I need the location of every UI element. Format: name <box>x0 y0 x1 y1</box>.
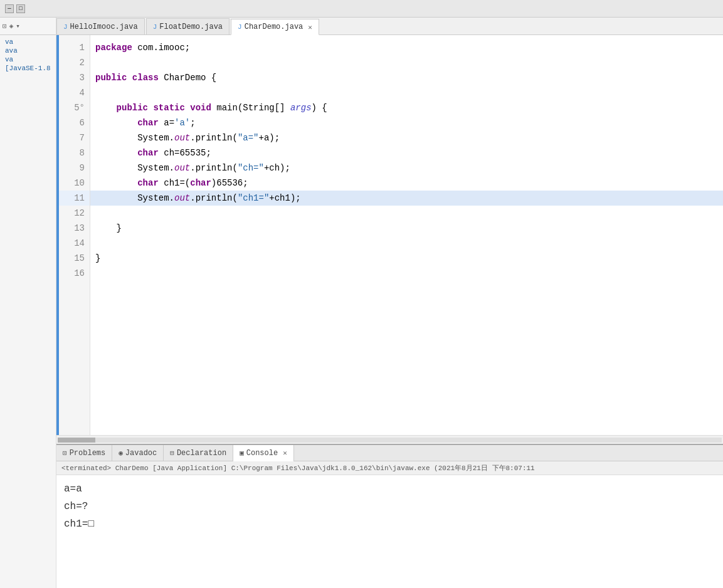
code-line-4 <box>90 85 723 100</box>
console-label: Console <box>246 449 278 458</box>
main-layout: ⊡ ◈ ▾ va ava va [JavaSE-1.8 J HelloImooc… <box>0 18 723 588</box>
line-num-16: 16 <box>59 266 90 281</box>
kw-static-5: static <box>153 100 184 115</box>
sidebar-tree: va ava va [JavaSE-1.8 <box>0 35 56 75</box>
line-num-12: 12 <box>59 206 90 221</box>
scrollbar-thumb[interactable] <box>58 438 95 443</box>
problems-icon: ⊡ <box>63 449 67 457</box>
console-icon: ▣ <box>240 449 244 457</box>
maximize-button[interactable]: □ <box>16 4 25 13</box>
problems-label: Problems <box>70 449 106 458</box>
editor-area: J HelloImooc.java J FloatDemo.java J Cha… <box>56 18 723 588</box>
code-line-6: char a='a'; <box>90 115 723 130</box>
minimize-button[interactable]: — <box>5 4 14 13</box>
kw-public-3: public <box>95 70 127 85</box>
line-num-4: 4 <box>59 85 90 100</box>
code-line-13: } <box>90 221 723 236</box>
line-num-10: 10 <box>59 176 90 191</box>
kw-char-6: char <box>137 115 159 130</box>
code-editor[interactable]: 1 2 3 4 5° 6 7 8 9 10 11 12 13 14 15 16 <box>56 35 723 435</box>
code-line-2 <box>90 55 723 70</box>
kw-package: package <box>95 40 132 55</box>
code-line-7: System.out.println("a="+a); <box>90 130 723 145</box>
line-num-3: 3 <box>59 70 90 85</box>
code-line-14 <box>90 236 723 251</box>
console-header: <terminated> CharDemo [Java Application]… <box>56 461 723 475</box>
sidebar-icon-3: ▾ <box>16 22 20 30</box>
console-close[interactable]: ✕ <box>283 449 287 457</box>
line-num-1: 1 <box>59 40 90 55</box>
console-output: a=a ch=? ch1=□ <box>56 475 723 588</box>
line-numbers: 1 2 3 4 5° 6 7 8 9 10 11 12 13 14 15 16 <box>59 35 90 435</box>
sidebar-top: ⊡ ◈ ▾ <box>0 18 56 35</box>
tab-problems[interactable]: ⊡ Problems <box>56 445 112 461</box>
tab-label-char: CharDemo.java <box>245 23 303 31</box>
title-bar: — □ <box>0 0 723 18</box>
kw-char-8: char <box>137 145 159 160</box>
kw-public-5: public <box>117 100 148 115</box>
tab-label-hello: HelloImooc.java <box>70 23 138 31</box>
console-line-3: ch1=□ <box>64 515 715 533</box>
code-line-12 <box>90 206 723 221</box>
code-line-1: package com.imooc; <box>90 40 723 55</box>
line-num-11: 11 <box>59 191 90 206</box>
tab-close-char[interactable]: ✕ <box>308 23 312 31</box>
sidebar-item-ava[interactable]: ava <box>0 46 56 55</box>
code-line-8: char ch=65535; <box>90 145 723 160</box>
tab-declaration[interactable]: ⊟ Declaration <box>164 445 233 461</box>
sidebar-item-va1[interactable]: va <box>0 38 56 46</box>
code-content[interactable]: package com.imooc; public class CharDemo… <box>90 35 723 435</box>
line-num-13: 13 <box>59 221 90 236</box>
tab-icon-char: J <box>238 23 242 31</box>
tab-javadoc[interactable]: ◉ Javadoc <box>112 445 164 461</box>
tab-console[interactable]: ▣ Console ✕ <box>233 445 294 461</box>
bottom-tab-bar: ⊡ Problems ◉ Javadoc ⊟ Declaration ▣ Con… <box>56 445 723 461</box>
line-num-15: 15 <box>59 251 90 266</box>
kw-char-10: char <box>137 176 159 191</box>
horizontal-scrollbar[interactable] <box>56 435 723 444</box>
kw-void-5: void <box>190 100 211 115</box>
javadoc-label: Javadoc <box>125 449 157 458</box>
javadoc-icon: ◉ <box>119 449 123 457</box>
sidebar-icon-2: ◈ <box>9 22 14 30</box>
window-controls[interactable]: — □ <box>5 4 25 13</box>
code-line-5: public static void main(String[] args) { <box>90 100 723 115</box>
code-line-15: } <box>90 251 723 266</box>
tab-label-float: FloatDemo.java <box>159 23 223 31</box>
line-num-6: 6 <box>59 115 90 130</box>
code-line-10: char ch1=(char)65536; <box>90 176 723 191</box>
sidebar-item-va2[interactable]: va <box>0 55 56 64</box>
declaration-icon: ⊟ <box>170 449 174 457</box>
code-line-9: System.out.println("ch="+ch); <box>90 160 723 176</box>
sidebar-icon-1: ⊡ <box>3 22 7 30</box>
code-line-16 <box>90 266 723 281</box>
kw-cast-10: char <box>190 176 211 191</box>
line-num-2: 2 <box>59 55 90 70</box>
line-num-7: 7 <box>59 130 90 145</box>
sidebar: ⊡ ◈ ▾ va ava va [JavaSE-1.8 <box>0 18 56 588</box>
line-num-9: 9 <box>59 160 90 176</box>
line-num-8: 8 <box>59 145 90 160</box>
tab-floatdemo[interactable]: J FloatDemo.java <box>146 18 230 34</box>
console-line-1: a=a <box>64 480 715 498</box>
tab-chardemo[interactable]: J CharDemo.java ✕ <box>231 19 319 35</box>
tab-helloimooc[interactable]: J HelloImooc.java <box>56 18 145 34</box>
code-line-3: public class CharDemo { <box>90 70 723 85</box>
tab-icon-hello: J <box>63 23 68 31</box>
line-num-14: 14 <box>59 236 90 251</box>
declaration-label: Declaration <box>177 449 226 458</box>
bottom-panel: ⊡ Problems ◉ Javadoc ⊟ Declaration ▣ Con… <box>56 444 723 588</box>
console-line-2: ch=? <box>64 498 715 515</box>
kw-class-3: class <box>132 70 159 85</box>
scrollbar-track <box>58 438 722 443</box>
tab-bar: J HelloImooc.java J FloatDemo.java J Cha… <box>56 18 723 35</box>
tab-icon-float: J <box>153 23 157 31</box>
sidebar-item-jse[interactable]: [JavaSE-1.8 <box>0 64 56 73</box>
code-line-11: System.out.println("ch1="+ch1); <box>90 191 723 206</box>
line-num-5: 5° <box>59 100 90 115</box>
